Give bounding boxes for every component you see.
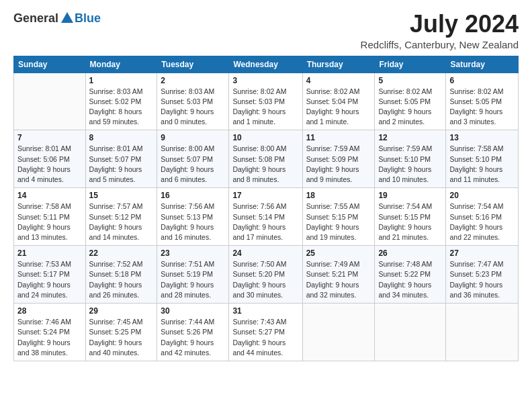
day-number: 12 <box>378 133 442 142</box>
day-number: 7 <box>17 133 82 142</box>
day-number: 26 <box>378 248 442 258</box>
calendar-cell: 10Sunrise: 8:00 AM Sunset: 5:08 PM Dayli… <box>229 130 302 188</box>
day-info: Sunrise: 7:57 AM Sunset: 5:12 PM Dayligh… <box>89 201 154 242</box>
calendar-cell: 9Sunrise: 8:00 AM Sunset: 5:07 PM Daylig… <box>157 130 229 188</box>
day-number: 18 <box>306 191 371 200</box>
logo-icon <box>60 11 75 26</box>
day-info: Sunrise: 8:00 AM Sunset: 5:08 PM Dayligh… <box>232 144 298 185</box>
calendar-cell <box>375 304 446 361</box>
header-wednesday: Wednesday <box>229 56 302 73</box>
calendar-cell: 8Sunrise: 8:01 AM Sunset: 5:07 PM Daylig… <box>85 130 157 188</box>
day-number: 23 <box>161 248 225 258</box>
calendar-cell: 26Sunrise: 7:48 AM Sunset: 5:22 PM Dayli… <box>375 246 446 304</box>
day-info: Sunrise: 7:59 AM Sunset: 5:09 PM Dayligh… <box>306 144 371 185</box>
day-number: 6 <box>449 76 515 85</box>
header-thursday: Thursday <box>302 56 375 73</box>
day-number: 30 <box>161 306 225 316</box>
day-info: Sunrise: 7:44 AM Sunset: 5:26 PM Dayligh… <box>161 317 225 358</box>
header-sunday: Sunday <box>14 56 86 73</box>
calendar-cell: 21Sunrise: 7:53 AM Sunset: 5:17 PM Dayli… <box>14 246 86 304</box>
day-info: Sunrise: 8:01 AM Sunset: 5:07 PM Dayligh… <box>89 144 154 185</box>
day-number: 8 <box>89 133 154 142</box>
calendar-cell: 13Sunrise: 7:58 AM Sunset: 5:10 PM Dayli… <box>446 130 519 188</box>
day-number: 21 <box>17 248 82 258</box>
day-info: Sunrise: 7:54 AM Sunset: 5:16 PM Dayligh… <box>449 201 515 242</box>
day-number: 28 <box>17 306 82 316</box>
header-friday: Friday <box>375 56 446 73</box>
day-number: 31 <box>232 306 298 316</box>
day-number: 27 <box>449 248 515 258</box>
calendar-cell: 22Sunrise: 7:52 AM Sunset: 5:18 PM Dayli… <box>85 246 157 304</box>
calendar-cell: 7Sunrise: 8:01 AM Sunset: 5:06 PM Daylig… <box>14 130 86 188</box>
day-number: 10 <box>232 133 298 142</box>
header-row: Sunday Monday Tuesday Wednesday Thursday… <box>14 56 519 73</box>
day-number: 13 <box>449 133 515 142</box>
calendar-cell: 19Sunrise: 7:54 AM Sunset: 5:15 PM Dayli… <box>375 188 446 246</box>
header-saturday: Saturday <box>446 56 519 73</box>
day-number: 22 <box>89 248 154 258</box>
day-info: Sunrise: 7:46 AM Sunset: 5:24 PM Dayligh… <box>17 317 82 358</box>
calendar-cell: 31Sunrise: 7:43 AM Sunset: 5:27 PM Dayli… <box>229 304 302 361</box>
day-info: Sunrise: 7:58 AM Sunset: 5:11 PM Dayligh… <box>17 201 82 242</box>
calendar-cell: 3Sunrise: 8:02 AM Sunset: 5:03 PM Daylig… <box>229 73 302 130</box>
calendar-cell: 30Sunrise: 7:44 AM Sunset: 5:26 PM Dayli… <box>157 304 229 361</box>
month-year: July 2024 <box>361 11 519 38</box>
day-info: Sunrise: 7:48 AM Sunset: 5:22 PM Dayligh… <box>378 259 442 300</box>
day-number: 3 <box>232 76 298 85</box>
calendar-cell: 23Sunrise: 7:51 AM Sunset: 5:19 PM Dayli… <box>157 246 229 304</box>
calendar-page: General Blue July 2024 Redcliffs, Canter… <box>0 0 532 368</box>
day-info: Sunrise: 7:55 AM Sunset: 5:15 PM Dayligh… <box>306 201 371 242</box>
day-info: Sunrise: 7:51 AM Sunset: 5:19 PM Dayligh… <box>161 259 225 300</box>
title-block: July 2024 Redcliffs, Canterbury, New Zea… <box>361 11 519 50</box>
header-monday: Monday <box>85 56 157 73</box>
calendar-cell <box>302 304 375 361</box>
day-info: Sunrise: 7:45 AM Sunset: 5:25 PM Dayligh… <box>89 317 154 358</box>
week-row-1: 7Sunrise: 8:01 AM Sunset: 5:06 PM Daylig… <box>14 130 519 188</box>
week-row-2: 14Sunrise: 7:58 AM Sunset: 5:11 PM Dayli… <box>14 188 519 246</box>
week-row-4: 28Sunrise: 7:46 AM Sunset: 5:24 PM Dayli… <box>14 304 519 361</box>
logo: General Blue <box>13 11 101 26</box>
day-info: Sunrise: 8:02 AM Sunset: 5:05 PM Dayligh… <box>378 87 442 128</box>
day-info: Sunrise: 7:56 AM Sunset: 5:14 PM Dayligh… <box>232 201 298 242</box>
location: Redcliffs, Canterbury, New Zealand <box>361 39 519 50</box>
day-info: Sunrise: 7:56 AM Sunset: 5:13 PM Dayligh… <box>161 201 225 242</box>
svg-marker-0 <box>61 12 73 23</box>
day-number: 14 <box>17 191 82 200</box>
day-number: 17 <box>232 191 298 200</box>
week-row-0: 1Sunrise: 8:03 AM Sunset: 5:02 PM Daylig… <box>14 73 519 130</box>
calendar-cell: 1Sunrise: 8:03 AM Sunset: 5:02 PM Daylig… <box>85 73 157 130</box>
day-info: Sunrise: 8:01 AM Sunset: 5:06 PM Dayligh… <box>17 144 82 185</box>
day-info: Sunrise: 8:02 AM Sunset: 5:03 PM Dayligh… <box>232 87 298 128</box>
day-info: Sunrise: 7:43 AM Sunset: 5:27 PM Dayligh… <box>232 317 298 358</box>
day-number: 20 <box>449 191 515 200</box>
calendar-cell: 25Sunrise: 7:49 AM Sunset: 5:21 PM Dayli… <box>302 246 375 304</box>
calendar-cell: 6Sunrise: 8:02 AM Sunset: 5:05 PM Daylig… <box>446 73 519 130</box>
day-number: 2 <box>161 76 225 85</box>
calendar-cell: 14Sunrise: 7:58 AM Sunset: 5:11 PM Dayli… <box>14 188 86 246</box>
day-number: 16 <box>161 191 225 200</box>
day-number: 5 <box>378 76 442 85</box>
day-info: Sunrise: 8:02 AM Sunset: 5:04 PM Dayligh… <box>306 87 371 128</box>
day-info: Sunrise: 8:03 AM Sunset: 5:02 PM Dayligh… <box>89 87 154 128</box>
calendar-cell: 2Sunrise: 8:03 AM Sunset: 5:03 PM Daylig… <box>157 73 229 130</box>
day-info: Sunrise: 8:02 AM Sunset: 5:05 PM Dayligh… <box>449 87 515 128</box>
day-info: Sunrise: 7:52 AM Sunset: 5:18 PM Dayligh… <box>89 259 154 300</box>
calendar-cell: 12Sunrise: 7:59 AM Sunset: 5:10 PM Dayli… <box>375 130 446 188</box>
calendar-cell: 11Sunrise: 7:59 AM Sunset: 5:09 PM Dayli… <box>302 130 375 188</box>
day-number: 19 <box>378 191 442 200</box>
day-number: 24 <box>232 248 298 258</box>
day-number: 25 <box>306 248 371 258</box>
calendar-cell: 20Sunrise: 7:54 AM Sunset: 5:16 PM Dayli… <box>446 188 519 246</box>
day-info: Sunrise: 7:58 AM Sunset: 5:10 PM Dayligh… <box>449 144 515 185</box>
day-info: Sunrise: 7:47 AM Sunset: 5:23 PM Dayligh… <box>449 259 515 300</box>
header-tuesday: Tuesday <box>157 56 229 73</box>
calendar-cell: 16Sunrise: 7:56 AM Sunset: 5:13 PM Dayli… <box>157 188 229 246</box>
day-info: Sunrise: 8:00 AM Sunset: 5:07 PM Dayligh… <box>161 144 225 185</box>
day-number: 29 <box>89 306 154 316</box>
calendar-table: Sunday Monday Tuesday Wednesday Thursday… <box>13 56 519 361</box>
header: General Blue July 2024 Redcliffs, Canter… <box>13 11 519 50</box>
day-number: 9 <box>161 133 225 142</box>
calendar-cell: 5Sunrise: 8:02 AM Sunset: 5:05 PM Daylig… <box>375 73 446 130</box>
calendar-cell: 17Sunrise: 7:56 AM Sunset: 5:14 PM Dayli… <box>229 188 302 246</box>
calendar-cell <box>14 73 86 130</box>
